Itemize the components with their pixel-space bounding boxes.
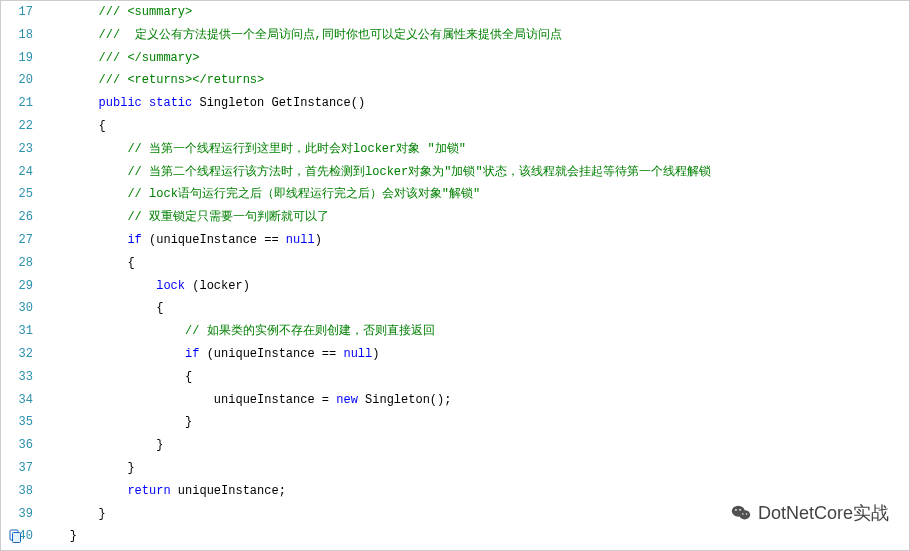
code-line: { (41, 366, 909, 389)
line-number: 39 (1, 503, 33, 526)
token: new (336, 393, 358, 407)
code-line: { (41, 252, 909, 275)
token: } (185, 415, 192, 429)
line-number: 35 (1, 411, 33, 434)
token: Singleton GetInstance() (192, 96, 365, 110)
line-number: 32 (1, 343, 33, 366)
code-line: // 双重锁定只需要一句判断就可以了 (41, 206, 909, 229)
wechat-icon (730, 502, 752, 524)
token: // 双重锁定只需要一句判断就可以了 (127, 210, 329, 224)
watermark: DotNetCore实战 (730, 496, 889, 530)
token: // 当第二个线程运行该方法时，首先检测到locker对象为"加锁"状态，该线程… (127, 165, 710, 179)
svg-point-5 (739, 509, 741, 511)
token: /// 定义公有方法提供一个全局访问点,同时你也可以定义公有属性来提供全局访问点 (99, 28, 562, 42)
token: null (343, 347, 372, 361)
token: public (99, 96, 142, 110)
token: null (286, 233, 315, 247)
svg-rect-1 (13, 533, 21, 543)
code-line: // lock语句运行完之后（即线程运行完之后）会对该对象"解锁" (41, 183, 909, 206)
token: Singleton(); (358, 393, 452, 407)
token: uniqueInstance; (171, 484, 286, 498)
line-number: 20 (1, 69, 33, 92)
code-line: if (uniqueInstance == null) (41, 229, 909, 252)
code-line: } (41, 457, 909, 480)
code-line: public static Singleton GetInstance() (41, 92, 909, 115)
line-number: 26 (1, 206, 33, 229)
token: } (99, 507, 106, 521)
code-line: /// <returns></returns> (41, 69, 909, 92)
token: { (127, 256, 134, 270)
token: lock (156, 279, 185, 293)
line-number: 33 (1, 366, 33, 389)
token: uniqueInstance = (214, 393, 336, 407)
line-number: 24 (1, 161, 33, 184)
svg-point-4 (735, 509, 737, 511)
line-number: 25 (1, 183, 33, 206)
token: { (99, 119, 106, 133)
line-number: 34 (1, 389, 33, 412)
line-number: 19 (1, 47, 33, 70)
line-number: 29 (1, 275, 33, 298)
code-line: /// <summary> (41, 1, 909, 24)
code-line: } (41, 411, 909, 434)
code-line: { (41, 115, 909, 138)
token: if (185, 347, 199, 361)
code-block: 1718192021222324252627282930313233343536… (1, 1, 909, 548)
token: return (127, 484, 170, 498)
svg-point-7 (746, 513, 747, 514)
token: ) (372, 347, 379, 361)
token: // 如果类的实例不存在则创建，否则直接返回 (185, 324, 435, 338)
copy-icon[interactable] (7, 528, 23, 544)
line-number: 37 (1, 457, 33, 480)
line-number: 38 (1, 480, 33, 503)
token: /// </summary> (99, 51, 200, 65)
token: { (185, 370, 192, 384)
code-line: /// </summary> (41, 47, 909, 70)
line-number: 21 (1, 92, 33, 115)
line-number: 27 (1, 229, 33, 252)
svg-point-3 (739, 510, 750, 519)
token: // 当第一个线程运行到这里时，此时会对locker对象 "加锁" (127, 142, 465, 156)
code-line: /// 定义公有方法提供一个全局访问点,同时你也可以定义公有属性来提供全局访问点 (41, 24, 909, 47)
line-number: 31 (1, 320, 33, 343)
code-line: // 当第一个线程运行到这里时，此时会对locker对象 "加锁" (41, 138, 909, 161)
toolbar (7, 528, 23, 544)
svg-point-6 (742, 513, 743, 514)
token: } (127, 461, 134, 475)
token: } (156, 438, 163, 452)
line-number: 22 (1, 115, 33, 138)
line-number-gutter: 1718192021222324252627282930313233343536… (1, 1, 41, 548)
token: static (149, 96, 192, 110)
watermark-text: DotNetCore实战 (758, 496, 889, 530)
line-number: 30 (1, 297, 33, 320)
token: { (156, 301, 163, 315)
token: /// <summary> (99, 5, 193, 19)
token: if (127, 233, 141, 247)
token: (uniqueInstance == (199, 347, 343, 361)
code-line: } (41, 434, 909, 457)
token: } (70, 529, 77, 543)
line-number: 17 (1, 1, 33, 24)
code-line: uniqueInstance = new Singleton(); (41, 389, 909, 412)
line-number: 36 (1, 434, 33, 457)
token: (locker) (185, 279, 250, 293)
line-number: 23 (1, 138, 33, 161)
token: (uniqueInstance == (142, 233, 286, 247)
code-line: // 当第二个线程运行该方法时，首先检测到locker对象为"加锁"状态，该线程… (41, 161, 909, 184)
code-content: /// <summary> /// 定义公有方法提供一个全局访问点,同时你也可以… (41, 1, 909, 548)
code-line: lock (locker) (41, 275, 909, 298)
token: ) (315, 233, 322, 247)
token: /// <returns></returns> (99, 73, 265, 87)
line-number: 18 (1, 24, 33, 47)
line-number: 28 (1, 252, 33, 275)
code-line: if (uniqueInstance == null) (41, 343, 909, 366)
code-line: // 如果类的实例不存在则创建，否则直接返回 (41, 320, 909, 343)
token: // lock语句运行完之后（即线程运行完之后）会对该对象"解锁" (127, 187, 480, 201)
code-line: { (41, 297, 909, 320)
token (142, 96, 149, 110)
